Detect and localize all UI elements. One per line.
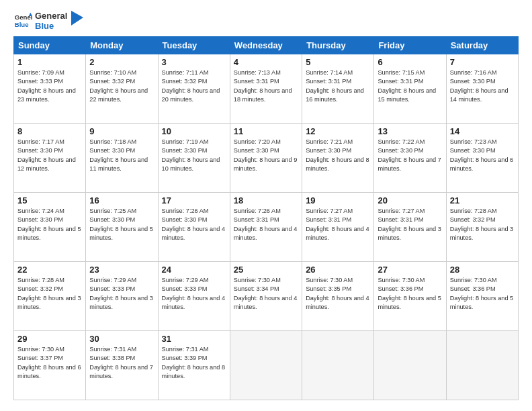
- col-header-friday: Friday: [374, 37, 446, 54]
- day-number: 5: [306, 57, 370, 67]
- day-info: Sunrise: 7:31 AMSunset: 3:38 PMDaylight:…: [89, 345, 154, 381]
- day-number: 24: [162, 265, 226, 275]
- day-info: Sunrise: 7:26 AMSunset: 3:30 PMDaylight:…: [162, 207, 226, 242]
- logo-icon: General Blue: [13, 11, 32, 30]
- calendar-cell: 7Sunrise: 7:16 AMSunset: 3:30 PMDaylight…: [446, 54, 518, 124]
- calendar-cell: 10Sunrise: 7:19 AMSunset: 3:30 PMDayligh…: [158, 124, 230, 193]
- header: General Blue General Blue: [13, 11, 519, 31]
- calendar-cell: 29Sunrise: 7:30 AMSunset: 3:37 PMDayligh…: [14, 331, 86, 400]
- logo-general: General: [35, 11, 67, 21]
- day-info: Sunrise: 7:30 AMSunset: 3:36 PMDaylight:…: [378, 276, 442, 312]
- day-number: 3: [162, 57, 226, 67]
- calendar-cell: 25Sunrise: 7:30 AMSunset: 3:34 PMDayligh…: [230, 262, 302, 331]
- day-number: 12: [306, 126, 370, 136]
- week-row-1: 1Sunrise: 7:09 AMSunset: 3:33 PMDaylight…: [14, 54, 519, 124]
- day-number: 11: [234, 126, 298, 136]
- week-row-5: 29Sunrise: 7:30 AMSunset: 3:37 PMDayligh…: [14, 331, 519, 400]
- week-row-2: 8Sunrise: 7:17 AMSunset: 3:30 PMDaylight…: [14, 124, 519, 193]
- calendar-cell: [446, 331, 518, 400]
- day-info: Sunrise: 7:19 AMSunset: 3:30 PMDaylight:…: [162, 138, 226, 173]
- day-number: 23: [89, 265, 154, 275]
- week-row-3: 15Sunrise: 7:24 AMSunset: 3:30 PMDayligh…: [14, 193, 519, 262]
- day-info: Sunrise: 7:13 AMSunset: 3:31 PMDaylight:…: [234, 68, 298, 104]
- logo-arrow-icon: [71, 11, 83, 26]
- calendar-cell: 14Sunrise: 7:23 AMSunset: 3:30 PMDayligh…: [446, 124, 518, 193]
- calendar-cell: 5Sunrise: 7:14 AMSunset: 3:31 PMDaylight…: [302, 54, 374, 124]
- day-info: Sunrise: 7:27 AMSunset: 3:31 PMDaylight:…: [306, 207, 370, 242]
- header-row: SundayMondayTuesdayWednesdayThursdayFrid…: [14, 37, 519, 54]
- calendar-cell: 23Sunrise: 7:29 AMSunset: 3:33 PMDayligh…: [86, 262, 158, 331]
- calendar-cell: [230, 331, 302, 400]
- day-number: 1: [17, 57, 82, 67]
- calendar-cell: 3Sunrise: 7:11 AMSunset: 3:32 PMDaylight…: [158, 54, 230, 124]
- day-number: 15: [17, 195, 82, 205]
- day-number: 13: [378, 126, 442, 136]
- day-info: Sunrise: 7:22 AMSunset: 3:30 PMDaylight:…: [378, 138, 442, 173]
- calendar-cell: 24Sunrise: 7:29 AMSunset: 3:33 PMDayligh…: [158, 262, 230, 331]
- col-header-monday: Monday: [86, 37, 158, 54]
- day-info: Sunrise: 7:24 AMSunset: 3:30 PMDaylight:…: [17, 207, 82, 242]
- calendar-cell: 6Sunrise: 7:15 AMSunset: 3:31 PMDaylight…: [374, 54, 446, 124]
- day-number: 18: [234, 195, 298, 205]
- day-info: Sunrise: 7:17 AMSunset: 3:30 PMDaylight:…: [17, 138, 82, 173]
- day-number: 17: [162, 195, 226, 205]
- day-info: Sunrise: 7:28 AMSunset: 3:32 PMDaylight:…: [17, 276, 82, 312]
- day-info: Sunrise: 7:15 AMSunset: 3:31 PMDaylight:…: [378, 68, 442, 104]
- day-number: 10: [162, 126, 226, 136]
- day-info: Sunrise: 7:20 AMSunset: 3:30 PMDaylight:…: [234, 138, 298, 173]
- calendar-cell: 4Sunrise: 7:13 AMSunset: 3:31 PMDaylight…: [230, 54, 302, 124]
- calendar-cell: 1Sunrise: 7:09 AMSunset: 3:33 PMDaylight…: [14, 54, 86, 124]
- week-row-4: 22Sunrise: 7:28 AMSunset: 3:32 PMDayligh…: [14, 262, 519, 331]
- calendar-cell: 19Sunrise: 7:27 AMSunset: 3:31 PMDayligh…: [302, 193, 374, 262]
- calendar-cell: 18Sunrise: 7:26 AMSunset: 3:31 PMDayligh…: [230, 193, 302, 262]
- logo: General Blue General Blue: [13, 11, 83, 31]
- calendar-cell: 27Sunrise: 7:30 AMSunset: 3:36 PMDayligh…: [374, 262, 446, 331]
- day-number: 4: [234, 57, 298, 67]
- svg-text:Blue: Blue: [15, 21, 29, 28]
- col-header-thursday: Thursday: [302, 37, 374, 54]
- calendar-cell: [302, 331, 374, 400]
- day-info: Sunrise: 7:30 AMSunset: 3:37 PMDaylight:…: [17, 345, 82, 381]
- col-header-sunday: Sunday: [14, 37, 86, 54]
- calendar-cell: 16Sunrise: 7:25 AMSunset: 3:30 PMDayligh…: [86, 193, 158, 262]
- day-info: Sunrise: 7:09 AMSunset: 3:33 PMDaylight:…: [17, 68, 82, 104]
- day-number: 25: [234, 265, 298, 275]
- calendar-cell: 15Sunrise: 7:24 AMSunset: 3:30 PMDayligh…: [14, 193, 86, 262]
- day-number: 31: [162, 334, 226, 344]
- day-info: Sunrise: 7:16 AMSunset: 3:30 PMDaylight:…: [450, 68, 515, 104]
- col-header-tuesday: Tuesday: [158, 37, 230, 54]
- day-number: 26: [306, 265, 370, 275]
- day-number: 7: [450, 57, 515, 67]
- day-number: 22: [17, 265, 82, 275]
- day-number: 8: [17, 126, 82, 136]
- day-info: Sunrise: 7:30 AMSunset: 3:34 PMDaylight:…: [234, 276, 298, 312]
- day-info: Sunrise: 7:11 AMSunset: 3:32 PMDaylight:…: [162, 68, 226, 104]
- calendar-cell: 28Sunrise: 7:30 AMSunset: 3:36 PMDayligh…: [446, 262, 518, 331]
- svg-marker-3: [71, 11, 83, 26]
- calendar-cell: 2Sunrise: 7:10 AMSunset: 3:32 PMDaylight…: [86, 54, 158, 124]
- day-info: Sunrise: 7:30 AMSunset: 3:36 PMDaylight:…: [450, 276, 515, 312]
- col-header-saturday: Saturday: [446, 37, 518, 54]
- calendar-cell: 8Sunrise: 7:17 AMSunset: 3:30 PMDaylight…: [14, 124, 86, 193]
- day-number: 16: [89, 195, 154, 205]
- day-info: Sunrise: 7:27 AMSunset: 3:31 PMDaylight:…: [378, 207, 442, 242]
- day-info: Sunrise: 7:25 AMSunset: 3:30 PMDaylight:…: [89, 207, 154, 242]
- day-info: Sunrise: 7:26 AMSunset: 3:31 PMDaylight:…: [234, 207, 298, 242]
- day-number: 27: [378, 265, 442, 275]
- day-info: Sunrise: 7:29 AMSunset: 3:33 PMDaylight:…: [89, 276, 154, 312]
- calendar: SundayMondayTuesdayWednesdayThursdayFrid…: [13, 36, 519, 400]
- calendar-cell: 20Sunrise: 7:27 AMSunset: 3:31 PMDayligh…: [374, 193, 446, 262]
- day-info: Sunrise: 7:31 AMSunset: 3:39 PMDaylight:…: [162, 345, 226, 381]
- col-header-wednesday: Wednesday: [230, 37, 302, 54]
- day-number: 29: [17, 334, 82, 344]
- day-info: Sunrise: 7:23 AMSunset: 3:30 PMDaylight:…: [450, 138, 515, 173]
- day-number: 19: [306, 195, 370, 205]
- calendar-cell: 22Sunrise: 7:28 AMSunset: 3:32 PMDayligh…: [14, 262, 86, 331]
- calendar-cell: 13Sunrise: 7:22 AMSunset: 3:30 PMDayligh…: [374, 124, 446, 193]
- day-info: Sunrise: 7:10 AMSunset: 3:32 PMDaylight:…: [89, 68, 154, 104]
- day-info: Sunrise: 7:30 AMSunset: 3:35 PMDaylight:…: [306, 276, 370, 312]
- calendar-cell: 9Sunrise: 7:18 AMSunset: 3:30 PMDaylight…: [86, 124, 158, 193]
- day-info: Sunrise: 7:18 AMSunset: 3:30 PMDaylight:…: [89, 138, 154, 173]
- calendar-cell: 12Sunrise: 7:21 AMSunset: 3:30 PMDayligh…: [302, 124, 374, 193]
- day-number: 30: [89, 334, 154, 344]
